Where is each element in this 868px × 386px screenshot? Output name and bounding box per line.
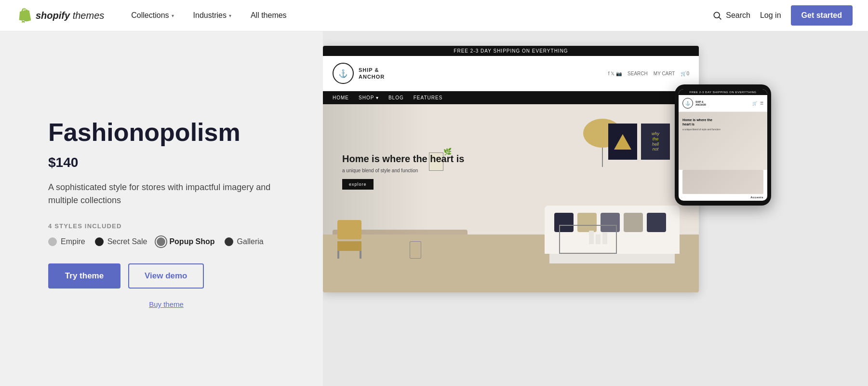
left-panel: Fashionopolism $140 A sophisticated styl…: [0, 31, 323, 386]
store-cart-label: MY CART: [654, 71, 675, 76]
chair-legs: [337, 251, 361, 259]
logo-link[interactable]: shopify themes: [15, 7, 104, 24]
hero-heading: Home is where the heart is: [342, 152, 464, 165]
chair-back: [337, 220, 361, 239]
store-logo-icon: ⚓: [333, 63, 354, 84]
nav-all-themes[interactable]: All themes: [241, 0, 296, 31]
main-content: Fashionopolism $140 A sophisticated styl…: [0, 31, 868, 386]
preview-container: FREE 2-3 DAY SHIPPING ON EVERYTHING ⚓ SH…: [323, 46, 868, 386]
theme-description: A sophisticated style for stores with im…: [48, 181, 280, 207]
search-icon: [712, 11, 722, 20]
mobile-logo-icon: ⚓: [682, 98, 693, 109]
mobile-hero-sub: a unique blend of style and function: [682, 128, 721, 131]
mobile-hero-text: Home is where the heart is a unique blen…: [682, 118, 721, 131]
right-panel: FREE 2-3 DAY SHIPPING ON EVERYTHING ⚓ SH…: [323, 31, 868, 386]
store-banner: FREE 2-3 DAY SHIPPING ON EVERYTHING: [323, 46, 699, 56]
style-dot-empire: [48, 237, 57, 246]
store-nav-features: FEATURES: [414, 95, 443, 100]
pillow-4: [624, 213, 643, 232]
candle-2: [596, 234, 601, 244]
search-button[interactable]: Search: [712, 11, 750, 20]
theme-title: Fashionopolism: [48, 119, 284, 146]
style-dot-popup-shop: [157, 237, 165, 246]
style-option-popup-shop[interactable]: Popup Shop: [157, 237, 214, 246]
try-theme-button[interactable]: Try theme: [48, 263, 120, 289]
mobile-hero: Home is where the heart is a unique blen…: [679, 112, 767, 170]
store-name-line1: SHIP &: [359, 67, 385, 73]
nav-industries[interactable]: Industries ▾: [184, 0, 241, 31]
store-hero: 🌿: [323, 104, 699, 292]
store-cart-count: 🛒0: [681, 71, 689, 76]
store-logo-area: ⚓ SHIP & ANCHOR: [333, 63, 385, 84]
action-buttons: Try theme View demo: [48, 263, 284, 289]
art-piece-text: whythehellnot: [641, 124, 670, 160]
room-table: [559, 225, 617, 254]
mobile-hero-heading: Home is where the heart is: [682, 118, 721, 126]
candle-3: [602, 233, 607, 244]
hero-sub: a unique blend of style and function: [342, 168, 464, 173]
brand-text: shopify themes: [36, 10, 104, 21]
social-icons: f 𝕏 📷: [608, 71, 622, 76]
mobile-preview: FREE 2-3 DAY SHIPPING ON EVERYTHING ⚓ SH…: [675, 84, 771, 206]
chair-leg-right: [360, 251, 361, 259]
wall-art: whythehellnot: [608, 124, 670, 160]
mobile-store-name2: ANCHOR: [695, 103, 706, 106]
main-nav: Collections ▾ Industries ▾ All themes: [121, 0, 712, 31]
store-nav: HOME SHOP ▾ BLOG FEATURES: [323, 91, 699, 104]
industries-chevron-icon: ▾: [229, 13, 231, 18]
style-options: Empire Secret Sale Popup Shop Galleria: [48, 237, 284, 246]
mobile-logo-area: ⚓ SHIP & ANCHOR: [682, 98, 706, 109]
chair-leg-left: [337, 251, 339, 259]
shopify-logo-icon: [15, 7, 33, 24]
svg-rect-0: [21, 12, 27, 20]
store-header-right: f 𝕏 📷 SEARCH MY CART 🛒0: [608, 71, 689, 76]
pillow-5: [647, 213, 666, 232]
chair-seat: [337, 241, 361, 251]
lamp-cord: [602, 148, 603, 167]
view-demo-button[interactable]: View demo: [128, 263, 204, 289]
mobile-section-label: Accents: [679, 194, 767, 201]
mobile-inner: FREE 2-3 DAY SHIPPING ON EVERYTHING ⚓ SH…: [679, 89, 767, 201]
style-dot-galleria: [225, 237, 233, 246]
hero-explore-button[interactable]: explore: [342, 179, 374, 190]
get-started-button[interactable]: Get started: [791, 5, 853, 26]
mobile-banner: FREE 2-3 DAY SHIPPING ON EVERYTHING: [679, 89, 767, 95]
login-button[interactable]: Log in: [760, 11, 781, 20]
candle-1: [589, 231, 594, 244]
navbar-right: Search Log in Get started: [712, 5, 853, 26]
candle-group: [589, 231, 607, 244]
store-name-line2: ANCHOR: [359, 73, 385, 80]
store-nav-blog: BLOG: [388, 95, 404, 100]
navbar: shopify themes Collections ▾ Industries …: [0, 0, 868, 31]
art-piece-triangle: [608, 124, 637, 160]
svg-point-1: [714, 12, 720, 18]
nav-collections[interactable]: Collections ▾: [121, 0, 183, 31]
collections-chevron-icon: ▾: [172, 13, 174, 18]
style-dot-secret-sale: [95, 237, 104, 246]
buy-theme-link[interactable]: Buy theme: [48, 300, 284, 308]
mobile-header-icons: 🛒 ☰: [752, 101, 763, 106]
room-chair: [337, 220, 366, 254]
mobile-menu-icon: ☰: [760, 101, 763, 106]
svg-line-2: [719, 17, 721, 20]
store-nav-shop: SHOP ▾: [359, 95, 379, 100]
lantern-decoration: [410, 241, 421, 259]
store-header: ⚓ SHIP & ANCHOR f 𝕏 📷 SEARCH MY CART 🛒0: [323, 56, 699, 91]
desktop-preview: FREE 2-3 DAY SHIPPING ON EVERYTHING ⚓ SH…: [323, 46, 699, 292]
store-nav-home: HOME: [333, 95, 349, 100]
style-option-galleria[interactable]: Galleria: [225, 237, 264, 246]
mobile-cart-icon: 🛒: [752, 101, 757, 106]
triangle-art: [614, 134, 631, 150]
theme-price: $140: [48, 155, 284, 170]
style-option-empire[interactable]: Empire: [48, 237, 85, 246]
style-option-secret-sale[interactable]: Secret Sale: [95, 237, 147, 246]
styles-label: 4 STYLES INCLUDED: [48, 222, 284, 230]
mobile-small-image: [682, 170, 763, 194]
store-search-label: SEARCH: [628, 71, 648, 76]
mobile-header: ⚓ SHIP & ANCHOR 🛒 ☰: [679, 95, 767, 112]
hero-text-box: Home is where the heart is a unique blen…: [342, 152, 464, 190]
